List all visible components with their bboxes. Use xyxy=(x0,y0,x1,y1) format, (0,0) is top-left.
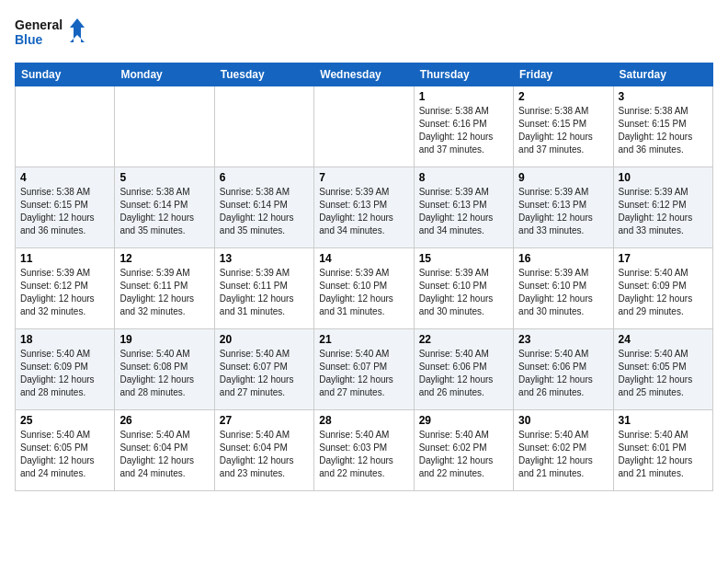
day-number: 15 xyxy=(419,252,508,265)
calendar-cell: 7Sunrise: 5:39 AMSunset: 6:13 PMDaylight… xyxy=(314,167,414,248)
weekday-header-thursday: Thursday xyxy=(414,63,513,86)
day-number: 8 xyxy=(419,171,508,184)
day-info: Sunrise: 5:40 AMSunset: 6:02 PMDaylight:… xyxy=(419,429,508,480)
calendar-body: 1Sunrise: 5:38 AMSunset: 6:16 PMDaylight… xyxy=(16,86,713,491)
day-number: 11 xyxy=(20,252,109,265)
day-info: Sunrise: 5:40 AMSunset: 6:06 PMDaylight:… xyxy=(518,348,608,399)
day-number: 3 xyxy=(619,90,708,103)
day-number: 7 xyxy=(319,171,408,184)
day-info: Sunrise: 5:40 AMSunset: 6:02 PMDaylight:… xyxy=(518,429,608,480)
calendar-cell: 5Sunrise: 5:38 AMSunset: 6:14 PMDaylight… xyxy=(115,167,214,248)
calendar-cell xyxy=(314,86,414,167)
calendar-cell: 3Sunrise: 5:38 AMSunset: 6:15 PMDaylight… xyxy=(613,86,712,167)
day-info: Sunrise: 5:39 AMSunset: 6:10 PMDaylight:… xyxy=(518,267,608,318)
calendar-cell: 24Sunrise: 5:40 AMSunset: 6:05 PMDayligh… xyxy=(613,329,712,410)
day-number: 17 xyxy=(619,252,708,265)
day-number: 27 xyxy=(220,414,309,427)
day-info: Sunrise: 5:40 AMSunset: 6:07 PMDaylight:… xyxy=(220,348,309,399)
week-row-2: 4Sunrise: 5:38 AMSunset: 6:15 PMDaylight… xyxy=(16,167,713,248)
day-number: 4 xyxy=(20,171,109,184)
weekday-header-wednesday: Wednesday xyxy=(314,63,414,86)
day-number: 10 xyxy=(619,171,708,184)
calendar-cell: 8Sunrise: 5:39 AMSunset: 6:13 PMDaylight… xyxy=(414,167,513,248)
day-number: 19 xyxy=(119,333,209,346)
weekday-header-sunday: Sunday xyxy=(16,63,115,86)
day-info: Sunrise: 5:39 AMSunset: 6:11 PMDaylight:… xyxy=(119,267,209,318)
day-number: 25 xyxy=(20,414,109,427)
calendar-cell: 17Sunrise: 5:40 AMSunset: 6:09 PMDayligh… xyxy=(613,248,712,329)
day-info: Sunrise: 5:38 AMSunset: 6:15 PMDaylight:… xyxy=(619,105,708,156)
day-info: Sunrise: 5:39 AMSunset: 6:12 PMDaylight:… xyxy=(20,267,109,318)
calendar-cell: 2Sunrise: 5:38 AMSunset: 6:15 PMDaylight… xyxy=(514,86,613,167)
calendar-cell: 28Sunrise: 5:40 AMSunset: 6:03 PMDayligh… xyxy=(314,410,414,491)
day-number: 14 xyxy=(319,252,408,265)
calendar-cell: 1Sunrise: 5:38 AMSunset: 6:16 PMDaylight… xyxy=(414,86,513,167)
day-info: Sunrise: 5:39 AMSunset: 6:12 PMDaylight:… xyxy=(619,186,708,237)
calendar-cell: 13Sunrise: 5:39 AMSunset: 6:11 PMDayligh… xyxy=(214,248,313,329)
day-info: Sunrise: 5:40 AMSunset: 6:07 PMDaylight:… xyxy=(319,348,408,399)
weekday-header-tuesday: Tuesday xyxy=(214,63,313,86)
calendar-cell: 10Sunrise: 5:39 AMSunset: 6:12 PMDayligh… xyxy=(613,167,712,248)
day-number: 23 xyxy=(518,333,608,346)
day-info: Sunrise: 5:39 AMSunset: 6:10 PMDaylight:… xyxy=(419,267,508,318)
calendar-cell xyxy=(115,86,214,167)
calendar-cell: 16Sunrise: 5:39 AMSunset: 6:10 PMDayligh… xyxy=(514,248,613,329)
day-info: Sunrise: 5:40 AMSunset: 6:03 PMDaylight:… xyxy=(319,429,408,480)
week-row-4: 18Sunrise: 5:40 AMSunset: 6:09 PMDayligh… xyxy=(16,329,713,410)
calendar-table: SundayMondayTuesdayWednesdayThursdayFrid… xyxy=(15,63,713,491)
day-info: Sunrise: 5:38 AMSunset: 6:16 PMDaylight:… xyxy=(419,105,508,156)
week-row-5: 25Sunrise: 5:40 AMSunset: 6:05 PMDayligh… xyxy=(16,410,713,491)
calendar-cell: 23Sunrise: 5:40 AMSunset: 6:06 PMDayligh… xyxy=(514,329,613,410)
calendar-cell: 19Sunrise: 5:40 AMSunset: 6:08 PMDayligh… xyxy=(115,329,214,410)
calendar-cell: 4Sunrise: 5:38 AMSunset: 6:15 PMDaylight… xyxy=(16,167,115,248)
calendar-cell: 26Sunrise: 5:40 AMSunset: 6:04 PMDayligh… xyxy=(115,410,214,491)
svg-text:General: General xyxy=(15,17,63,32)
day-info: Sunrise: 5:40 AMSunset: 6:06 PMDaylight:… xyxy=(419,348,508,399)
day-number: 22 xyxy=(419,333,508,346)
week-row-3: 11Sunrise: 5:39 AMSunset: 6:12 PMDayligh… xyxy=(16,248,713,329)
calendar-cell: 20Sunrise: 5:40 AMSunset: 6:07 PMDayligh… xyxy=(214,329,313,410)
day-number: 2 xyxy=(518,90,608,103)
day-info: Sunrise: 5:38 AMSunset: 6:15 PMDaylight:… xyxy=(20,186,109,237)
calendar-cell: 22Sunrise: 5:40 AMSunset: 6:06 PMDayligh… xyxy=(414,329,513,410)
day-number: 29 xyxy=(419,414,508,427)
day-info: Sunrise: 5:40 AMSunset: 6:04 PMDaylight:… xyxy=(220,429,309,480)
day-info: Sunrise: 5:39 AMSunset: 6:13 PMDaylight:… xyxy=(419,186,508,237)
calendar-cell: 31Sunrise: 5:40 AMSunset: 6:01 PMDayligh… xyxy=(613,410,712,491)
calendar-cell xyxy=(16,86,115,167)
day-number: 26 xyxy=(119,414,209,427)
header: General Blue xyxy=(15,15,713,55)
day-number: 13 xyxy=(220,252,309,265)
calendar-cell: 18Sunrise: 5:40 AMSunset: 6:09 PMDayligh… xyxy=(16,329,115,410)
day-info: Sunrise: 5:40 AMSunset: 6:05 PMDaylight:… xyxy=(619,348,708,399)
day-info: Sunrise: 5:40 AMSunset: 6:05 PMDaylight:… xyxy=(20,429,109,480)
calendar-cell: 12Sunrise: 5:39 AMSunset: 6:11 PMDayligh… xyxy=(115,248,214,329)
day-info: Sunrise: 5:38 AMSunset: 6:14 PMDaylight:… xyxy=(119,186,209,237)
calendar-cell: 9Sunrise: 5:39 AMSunset: 6:13 PMDaylight… xyxy=(514,167,613,248)
day-number: 24 xyxy=(619,333,708,346)
day-info: Sunrise: 5:38 AMSunset: 6:15 PMDaylight:… xyxy=(518,105,608,156)
calendar-cell: 14Sunrise: 5:39 AMSunset: 6:10 PMDayligh… xyxy=(314,248,414,329)
logo-svg: General Blue xyxy=(15,15,88,55)
calendar-cell: 29Sunrise: 5:40 AMSunset: 6:02 PMDayligh… xyxy=(414,410,513,491)
calendar-cell: 25Sunrise: 5:40 AMSunset: 6:05 PMDayligh… xyxy=(16,410,115,491)
day-info: Sunrise: 5:39 AMSunset: 6:10 PMDaylight:… xyxy=(319,267,408,318)
week-row-1: 1Sunrise: 5:38 AMSunset: 6:16 PMDaylight… xyxy=(16,86,713,167)
calendar-cell: 30Sunrise: 5:40 AMSunset: 6:02 PMDayligh… xyxy=(514,410,613,491)
day-number: 6 xyxy=(220,171,309,184)
svg-text:Blue: Blue xyxy=(15,32,43,47)
weekday-header-saturday: Saturday xyxy=(613,63,712,86)
day-number: 21 xyxy=(319,333,408,346)
day-info: Sunrise: 5:40 AMSunset: 6:08 PMDaylight:… xyxy=(119,348,209,399)
day-info: Sunrise: 5:40 AMSunset: 6:09 PMDaylight:… xyxy=(619,267,708,318)
svg-marker-2 xyxy=(70,18,85,42)
day-info: Sunrise: 5:39 AMSunset: 6:13 PMDaylight:… xyxy=(319,186,408,237)
weekday-header-friday: Friday xyxy=(514,63,613,86)
day-number: 5 xyxy=(119,171,209,184)
calendar-cell: 11Sunrise: 5:39 AMSunset: 6:12 PMDayligh… xyxy=(16,248,115,329)
day-number: 16 xyxy=(518,252,608,265)
day-number: 31 xyxy=(619,414,708,427)
weekday-header-row: SundayMondayTuesdayWednesdayThursdayFrid… xyxy=(16,63,713,86)
day-number: 12 xyxy=(119,252,209,265)
logo: General Blue xyxy=(15,15,88,55)
